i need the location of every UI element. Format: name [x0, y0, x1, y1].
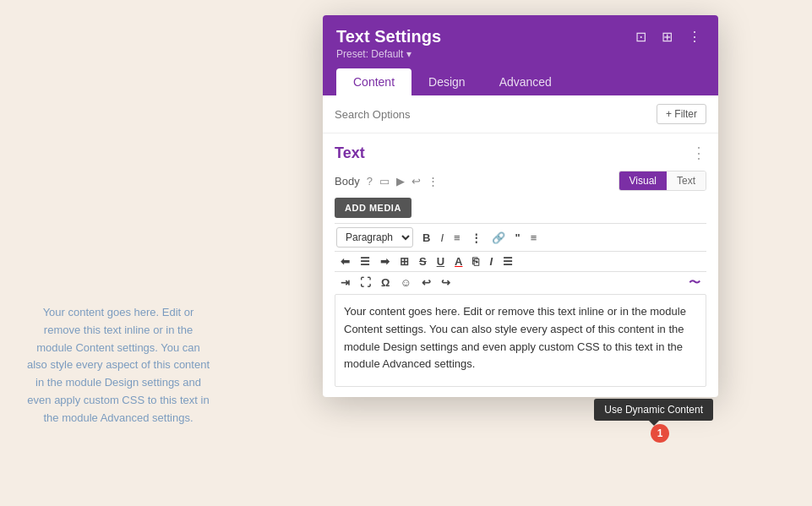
toolbar-row-2: ⬅ ☰ ➡ ⊞ S U A ⎘ I ☰: [335, 251, 706, 271]
content-text: Your content goes here. Edit or remove t…: [344, 305, 686, 370]
italic2-button[interactable]: I: [485, 253, 497, 269]
toolbar-row-1: Paragraph B I ≡ ⋮ 🔗 " ≡: [335, 223, 706, 251]
dynamic-wave-icon: 〜: [689, 275, 700, 289]
panel-header-icons: ⊡ ⊞ ⋮: [632, 27, 705, 46]
tab-content[interactable]: Content: [336, 68, 411, 95]
body-label: Body: [335, 175, 360, 188]
resize-icon-2[interactable]: ⊞: [658, 27, 676, 46]
bold-button[interactable]: B: [418, 230, 434, 246]
underline-button[interactable]: U: [433, 253, 449, 269]
strikethrough-button[interactable]: S: [415, 253, 431, 269]
more-options-icon[interactable]: ⋮: [684, 27, 705, 46]
dynamic-content-button[interactable]: 〜: [684, 274, 705, 291]
blockquote-button[interactable]: ": [511, 230, 525, 246]
mobile-icon[interactable]: ▭: [379, 175, 390, 188]
align-button[interactable]: ≡: [526, 230, 542, 246]
italic-button[interactable]: I: [436, 230, 448, 246]
more-editor-icon[interactable]: ⋮: [428, 175, 439, 188]
dynamic-content-tooltip: Use Dynamic Content: [594, 399, 713, 421]
redo-button[interactable]: ↪: [437, 275, 455, 291]
section-menu-icon[interactable]: ⋮: [691, 144, 706, 162]
table-button[interactable]: ⊞: [395, 253, 413, 269]
undo-icon[interactable]: ↩: [411, 175, 421, 188]
search-bar: + Filter: [323, 95, 718, 133]
dynamic-content-area: Use Dynamic Content 〜 1: [684, 274, 705, 291]
dynamic-content-badge: 1: [651, 424, 669, 443]
resize-icon-1[interactable]: ⊡: [632, 27, 650, 46]
align-right-button[interactable]: ➡: [376, 253, 394, 269]
search-input[interactable]: [335, 108, 650, 121]
indent-button[interactable]: ⇥: [336, 275, 354, 291]
link-button[interactable]: 🔗: [488, 230, 510, 246]
paragraph-select[interactable]: Paragraph: [336, 227, 413, 248]
align-left-button[interactable]: ⬅: [336, 253, 354, 269]
visual-tab[interactable]: Visual: [619, 171, 667, 190]
add-media-button[interactable]: ADD MEDIA: [335, 198, 411, 218]
ordered-list-button[interactable]: ⋮: [466, 230, 486, 246]
panel-title: Text Settings: [336, 27, 441, 46]
text-section-header: Text ⋮: [335, 144, 706, 162]
emoji-button[interactable]: ☺: [395, 275, 415, 291]
panel-body: Text ⋮ Body ? ▭ ▶ ↩ ⋮ Visual Text ADD ME…: [323, 133, 718, 397]
editor-content-area[interactable]: Your content goes here. Edit or remove t…: [335, 294, 706, 387]
list2-button[interactable]: ☰: [499, 253, 517, 269]
toolbar-row-3: ⇥ ⛶ Ω ☺ ↩ ↪ Use Dynamic Content 〜 1: [335, 271, 706, 292]
filter-button[interactable]: + Filter: [657, 104, 706, 124]
help-icon[interactable]: ?: [367, 175, 373, 188]
cursor-icon[interactable]: ▶: [396, 175, 405, 188]
undo2-button[interactable]: ↩: [417, 275, 435, 291]
tab-design[interactable]: Design: [411, 68, 482, 95]
add-media-row: ADD MEDIA: [335, 198, 706, 218]
section-title: Text: [335, 144, 365, 162]
panel-tabs: Content Design Advanced: [336, 68, 705, 95]
tab-advanced[interactable]: Advanced: [482, 68, 569, 95]
editor-mode-tabs: Visual Text: [619, 171, 706, 191]
editor-controls: Body ? ▭ ▶ ↩ ⋮ Visual Text: [335, 171, 706, 191]
unordered-list-button[interactable]: ≡: [450, 230, 465, 246]
color-button[interactable]: A: [450, 253, 466, 269]
background-content-text: Your content goes here. Edit or remove t…: [25, 304, 211, 427]
text-tab[interactable]: Text: [667, 171, 706, 190]
panel-header: Text Settings ⊡ ⊞ ⋮ Preset: Default ▾ Co…: [323, 15, 718, 95]
fullscreen-button[interactable]: ⛶: [356, 275, 375, 291]
text-settings-panel: Text Settings ⊡ ⊞ ⋮ Preset: Default ▾ Co…: [323, 15, 718, 397]
special-chars-button[interactable]: Ω: [377, 275, 394, 291]
copy-button[interactable]: ⎘: [468, 253, 483, 269]
align-center-button[interactable]: ☰: [356, 253, 374, 269]
preset-selector[interactable]: Preset: Default ▾: [336, 48, 705, 60]
